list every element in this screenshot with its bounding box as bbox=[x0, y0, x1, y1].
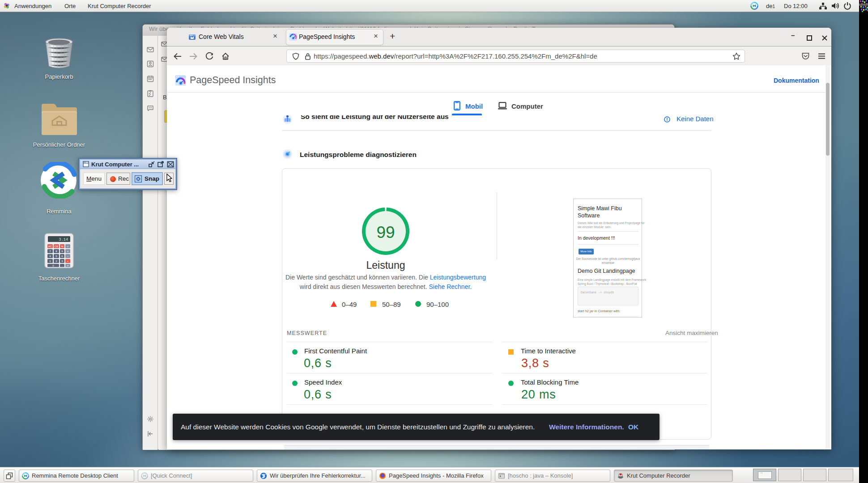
svg-text:%: % bbox=[61, 245, 64, 248]
svg-text:CE: CE bbox=[55, 245, 58, 248]
svg-text:AC: AC bbox=[48, 245, 52, 248]
svg-text:=: = bbox=[67, 264, 69, 267]
svg-text:3.14: 3.14 bbox=[59, 237, 68, 242]
svg-text:×: × bbox=[67, 250, 69, 253]
svg-text:+: + bbox=[67, 245, 69, 248]
svg-text:−: − bbox=[67, 255, 69, 258]
